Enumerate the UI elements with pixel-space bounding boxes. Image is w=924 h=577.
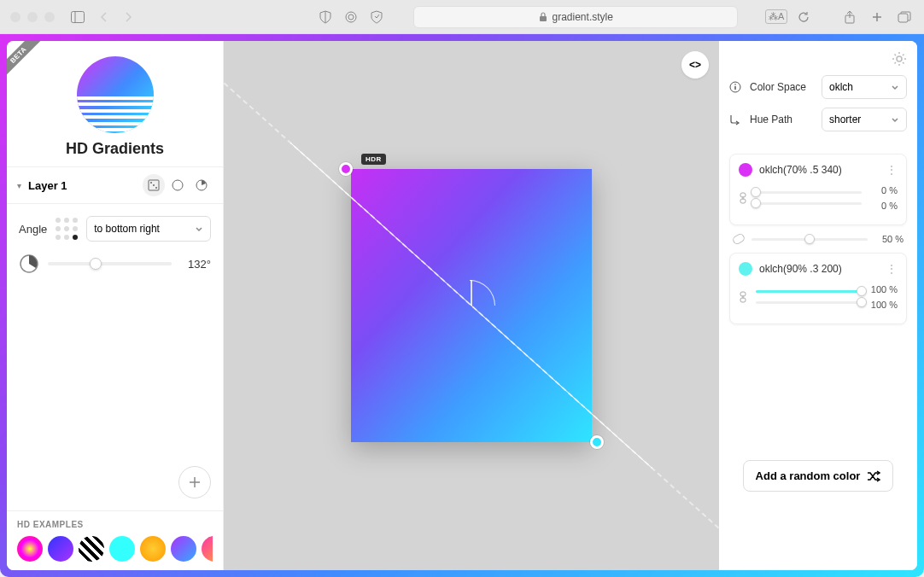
direction-grid[interactable] — [56, 218, 78, 240]
svg-point-3 — [348, 15, 354, 20]
chevron-down-icon — [891, 83, 899, 91]
code-icon: <> — [689, 59, 701, 71]
color-stop-card: oklch(90% .3 200) ⋮ 100 % 100 % — [729, 253, 907, 324]
direction-value: to bottom right — [94, 223, 160, 235]
code-toggle-button[interactable]: <> — [681, 51, 709, 79]
tabs-icon[interactable] — [895, 8, 914, 26]
add-layer-button[interactable] — [178, 466, 211, 498]
color-space-select[interactable]: oklch — [822, 75, 907, 99]
svg-rect-4 — [540, 16, 547, 21]
angle-label: Angle — [19, 223, 47, 236]
angle-slider[interactable] — [48, 262, 172, 265]
left-panel: HD Gradients ▾ Layer 1 Angle to bottom r — [7, 41, 224, 570]
radial-gradient-button[interactable] — [167, 174, 189, 196]
stop-menu-button[interactable]: ⋮ — [886, 163, 898, 177]
browser-toolbar: gradient.style ⁂A — [0, 0, 924, 34]
gradient-axis — [290, 143, 652, 469]
maximize-window[interactable] — [44, 12, 55, 22]
svg-point-2 — [346, 12, 356, 22]
hue-path-select[interactable]: shorter — [822, 108, 907, 131]
svg-rect-0 — [72, 11, 85, 22]
example-swatch[interactable] — [109, 536, 135, 562]
stop-color-swatch[interactable] — [739, 163, 752, 177]
stop-position-value: 100 % — [868, 284, 898, 294]
translate-icon[interactable]: ⁂A — [765, 9, 787, 24]
examples-title: HD EXAMPLES — [17, 520, 213, 529]
right-panel: Color Space oklch Hue Path shorter oklch… — [719, 41, 917, 570]
chevron-down-icon — [891, 115, 899, 124]
stop-position-slider[interactable] — [756, 290, 862, 293]
svg-point-14 — [897, 56, 902, 61]
reload-icon[interactable] — [794, 8, 813, 26]
midpoint-icon — [731, 232, 746, 246]
midpoint-slider[interactable] — [751, 238, 868, 241]
canvas[interactable]: <> HDR — [224, 41, 719, 570]
stop-position-value: 0 % — [868, 185, 898, 195]
back-icon[interactable] — [94, 8, 113, 26]
examples-row — [17, 536, 213, 562]
url-text: gradient.style — [553, 11, 613, 23]
app-title: HD Gradients — [24, 140, 206, 158]
color-space-label: Color Space — [750, 81, 815, 93]
example-swatch[interactable] — [171, 536, 196, 562]
reader-icon[interactable] — [342, 8, 360, 26]
example-swatch[interactable] — [48, 536, 73, 562]
svg-point-8 — [150, 182, 152, 184]
stop-menu-button[interactable]: ⋮ — [886, 262, 898, 276]
angle-value: 132° — [180, 258, 211, 271]
hue-path-icon — [729, 114, 743, 125]
linear-gradient-button[interactable] — [143, 174, 165, 196]
stop-position-slider[interactable] — [756, 191, 862, 194]
stop-position-slider-2[interactable] — [756, 301, 862, 304]
svg-rect-6 — [898, 14, 908, 22]
settings-button[interactable] — [892, 51, 907, 67]
color-stop-card: oklch(70% .5 340) ⋮ 0 % 0 % — [729, 154, 907, 225]
app-logo — [77, 56, 154, 133]
gear-icon — [892, 51, 907, 67]
hdr-badge: HDR — [361, 154, 386, 165]
lock-icon — [539, 12, 547, 22]
forward-icon[interactable] — [120, 8, 138, 26]
layer-header[interactable]: ▾ Layer 1 — [7, 166, 223, 204]
add-random-color-button[interactable]: Add a random color — [743, 460, 894, 492]
shuffle-icon — [867, 470, 880, 482]
sidebar-toggle-icon[interactable] — [68, 8, 87, 26]
layer-name: Layer 1 — [28, 179, 136, 192]
info-icon — [729, 81, 743, 93]
stop-color-swatch[interactable] — [739, 262, 752, 276]
conic-gradient-button[interactable] — [190, 174, 213, 196]
gradient-preview[interactable]: HDR — [351, 169, 592, 442]
link-icon[interactable] — [739, 291, 749, 303]
stop-color-label: oklch(70% .5 340) — [759, 164, 879, 176]
stop-color-label: oklch(90% .3 200) — [759, 263, 879, 275]
example-swatch[interactable] — [17, 536, 43, 562]
svg-point-10 — [155, 187, 157, 189]
shield-icon[interactable] — [316, 8, 335, 26]
gradient-stop-start-handle[interactable] — [339, 162, 353, 176]
midpoint-value: 50 % — [874, 234, 904, 244]
url-bar[interactable]: gradient.style — [413, 6, 738, 28]
chevron-down-icon — [195, 224, 203, 233]
plus-icon — [188, 475, 202, 489]
random-button-label: Add a random color — [756, 469, 861, 482]
gradient-stop-end-handle[interactable] — [590, 435, 604, 449]
stop-position-slider-2[interactable] — [756, 202, 862, 205]
bookmark-icon[interactable] — [367, 8, 386, 26]
hue-path-label: Hue Path — [750, 114, 815, 125]
link-icon[interactable] — [739, 192, 749, 204]
minimize-window[interactable] — [27, 12, 38, 22]
angle-dial-icon[interactable] — [19, 254, 39, 274]
svg-point-9 — [153, 184, 155, 186]
close-window[interactable] — [10, 12, 20, 22]
example-swatch[interactable] — [79, 536, 104, 562]
app-gradient-frame: BETA HD Gradients ▾ Layer 1 Angle — [0, 34, 924, 577]
direction-select[interactable]: to bottom right — [86, 216, 211, 242]
collapse-caret-icon: ▾ — [17, 181, 21, 190]
share-icon[interactable] — [840, 8, 859, 26]
svg-point-16 — [734, 84, 736, 85]
window-controls — [10, 12, 55, 22]
angle-indicator-arc — [470, 280, 495, 306]
new-tab-icon[interactable] — [868, 8, 886, 26]
example-swatch[interactable] — [202, 536, 213, 562]
example-swatch[interactable] — [140, 536, 166, 562]
